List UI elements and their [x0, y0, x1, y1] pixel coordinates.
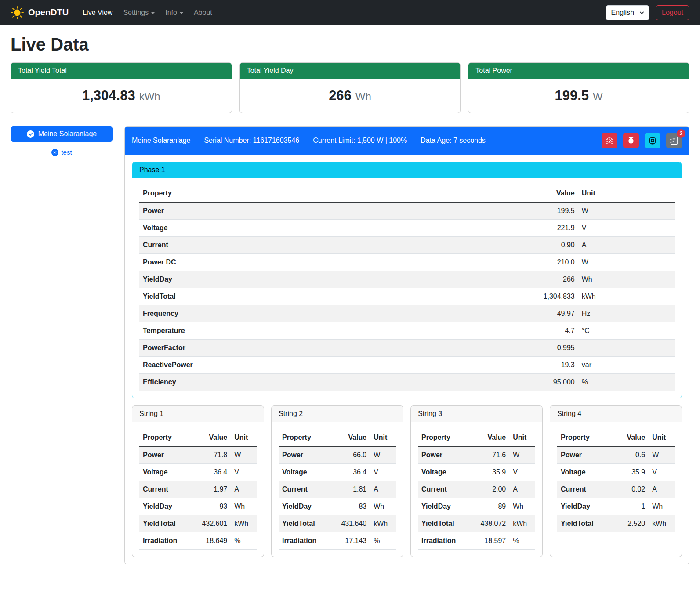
table-row: Efficiency95.000% — [139, 374, 675, 391]
brand[interactable]: OpenDTU — [11, 6, 69, 19]
table-row: Voltage35.9V — [557, 464, 675, 481]
nav-about[interactable]: About — [194, 5, 212, 20]
value-cell: 432.601 — [193, 515, 231, 532]
table-row: Power0.6W — [557, 446, 675, 464]
value-header: Value — [472, 429, 509, 446]
property-cell: YieldTotal — [139, 288, 444, 305]
inverter-card-header: Meine Solaranlage Serial Number: 1161716… — [125, 127, 689, 155]
value-cell: 4.7 — [444, 322, 578, 340]
value-header: Value — [193, 429, 231, 446]
table-row: Frequency49.97Hz — [139, 305, 675, 322]
table-row: Voltage35.9V — [418, 464, 535, 481]
value-cell: 66.0 — [333, 446, 370, 464]
unit-cell: W — [231, 446, 257, 464]
property-cell: YieldDay — [139, 498, 193, 515]
unit-cell: % — [370, 532, 396, 550]
x-circle-icon — [51, 149, 58, 156]
string-body: Property Value Unit Power71.8WVoltage36.… — [132, 422, 264, 557]
unit-cell: A — [231, 481, 257, 498]
nav-info[interactable]: Info — [165, 5, 183, 20]
limit-settings-button[interactable] — [602, 133, 617, 148]
table-header-row: Property Value Unit — [139, 429, 257, 446]
property-cell: YieldTotal — [139, 515, 193, 532]
unit-cell: °C — [578, 322, 675, 340]
navbar: OpenDTU Live View Settings Info About En… — [0, 0, 700, 25]
event-count-badge: 2 — [677, 129, 685, 138]
unit-cell: W — [578, 202, 675, 220]
value-cell: 36.4 — [193, 464, 231, 481]
summary-row: Total Yield Total 1,304.83kWh Total Yiel… — [11, 62, 689, 113]
value-cell: 431.640 — [333, 515, 370, 532]
table-row: YieldDay266Wh — [139, 271, 675, 288]
unit-cell: var — [578, 357, 675, 374]
table-row: Current1.81A — [279, 481, 396, 498]
inverter-sidebar: Meine Solaranlage test — [11, 126, 113, 156]
property-cell: YieldTotal — [418, 515, 472, 532]
unit-cell: % — [578, 374, 675, 391]
value-cell: 221.9 — [444, 220, 578, 237]
table-row: Current2.00A — [418, 481, 535, 498]
string-1-card: String 1 Property Value Unit — [132, 405, 264, 557]
table-header-row: Property Value Unit — [279, 429, 396, 446]
property-header: Property — [139, 185, 444, 202]
unit-header: Unit — [231, 429, 257, 446]
inverter-card-body: Phase 1 Property Value Unit Power199.5WV… — [125, 155, 689, 564]
chevron-down-icon — [640, 10, 644, 14]
table-row: YieldDay1Wh — [557, 498, 675, 515]
inverter-serial: Serial Number: 116171603546 — [204, 137, 299, 145]
unit-cell: Wh — [578, 271, 675, 288]
device-info-button[interactable] — [645, 133, 660, 148]
logout-button[interactable]: Logout — [656, 5, 689, 20]
unit-cell: % — [509, 532, 535, 550]
sidebar-item-label: test — [61, 148, 72, 156]
value-cell: 2.520 — [611, 515, 649, 532]
value-cell: 36.4 — [333, 464, 370, 481]
total-yield-total-unit: kWh — [139, 90, 160, 102]
unit-cell: A — [509, 481, 535, 498]
string-2-card: String 2 Property Value Unit — [271, 405, 403, 557]
unit-cell: % — [231, 532, 257, 550]
table-row: Irradiation17.143% — [279, 532, 396, 550]
unit-header: Unit — [649, 429, 675, 446]
property-cell: Current — [279, 481, 333, 498]
property-cell: ReactivePower — [139, 357, 444, 374]
property-cell: Power — [557, 446, 611, 464]
unit-cell: W — [509, 446, 535, 464]
string-2-table: Property Value Unit Power66.0WVoltage36.… — [279, 429, 396, 550]
unit-cell: Wh — [509, 498, 535, 515]
table-row: Power DC210.0W — [139, 254, 675, 271]
value-cell: 0.90 — [444, 237, 578, 254]
table-row: Irradiation18.649% — [139, 532, 257, 550]
language-value: English — [611, 9, 634, 16]
unit-cell — [578, 340, 675, 357]
table-row: YieldDay93Wh — [139, 498, 257, 515]
event-log-button[interactable]: 2 — [666, 133, 682, 148]
string-4-card: String 4 Property Value Unit — [550, 405, 682, 557]
nav-settings[interactable]: Settings — [123, 5, 155, 20]
unit-cell: A — [649, 481, 675, 498]
value-cell: 93 — [193, 498, 231, 515]
sidebar-item-test[interactable]: test — [11, 148, 113, 156]
string-title: String 1 — [132, 406, 264, 422]
table-row: YieldTotal432.601kWh — [139, 515, 257, 532]
property-cell: Power — [139, 446, 193, 464]
page-container: Live Data Total Yield Total 1,304.83kWh … — [0, 25, 700, 577]
journal-list-icon — [670, 137, 678, 145]
check-circle-icon — [27, 130, 34, 138]
power-icon — [627, 137, 635, 145]
sidebar-item-meine-solaranlage[interactable]: Meine Solaranlage — [11, 126, 113, 142]
unit-cell: V — [231, 464, 257, 481]
unit-cell: Hz — [578, 305, 675, 322]
property-cell: Voltage — [279, 464, 333, 481]
unit-cell: Wh — [370, 498, 396, 515]
language-select[interactable]: English — [606, 5, 649, 20]
table-row: ReactivePower19.3var — [139, 357, 675, 374]
unit-cell: Wh — [231, 498, 257, 515]
property-header: Property — [139, 429, 193, 446]
string-title: String 2 — [272, 406, 403, 422]
power-button[interactable] — [623, 133, 639, 148]
value-cell: 35.9 — [472, 464, 509, 481]
nav-live-view[interactable]: Live View — [83, 5, 112, 20]
table-row: YieldTotal438.072kWh — [418, 515, 535, 532]
unit-header: Unit — [578, 185, 675, 202]
